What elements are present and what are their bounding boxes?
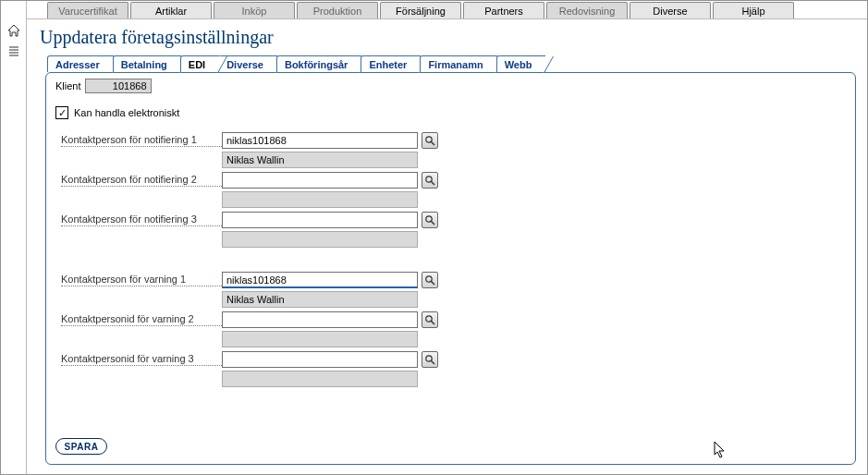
contact-input[interactable] xyxy=(222,132,418,149)
contact-readout xyxy=(222,231,418,248)
field-row: Kontaktperson för varning 1Niklas Wallin xyxy=(61,272,846,308)
svg-point-8 xyxy=(426,216,432,222)
subtab-firmanamn[interactable]: Firmanamn xyxy=(420,55,496,72)
field-label: Kontaktpersonid för varning 2 xyxy=(61,313,222,326)
contact-input[interactable] xyxy=(222,311,418,328)
list-icon[interactable] xyxy=(6,43,21,58)
subtabs: AdresserBetalningEDIDiverseBokföringsårE… xyxy=(27,54,867,72)
svg-point-10 xyxy=(426,276,432,282)
lookup-button[interactable] xyxy=(422,212,438,228)
lookup-button[interactable] xyxy=(422,132,438,149)
topmenu-diverse[interactable]: Diverse xyxy=(630,2,711,18)
lookup-button[interactable] xyxy=(422,272,438,288)
field-row: Kontaktperson för notifiering 1Niklas Wa… xyxy=(61,132,846,168)
svg-line-15 xyxy=(432,361,435,365)
subtab-bokföringsår[interactable]: Bokföringsår xyxy=(276,55,361,72)
svg-point-4 xyxy=(426,137,432,142)
svg-line-5 xyxy=(432,142,435,146)
field-label: Kontaktperson för notifiering 1 xyxy=(61,134,222,147)
field-row: Kontaktpersonid för varning 2 xyxy=(61,311,846,347)
klient-value: 101868 xyxy=(85,79,152,93)
topmenu-inköp[interactable]: Inköp xyxy=(214,2,295,18)
contact-readout xyxy=(222,191,418,208)
save-button[interactable]: SPARA xyxy=(55,438,107,455)
topmenu-redovisning[interactable]: Redovisning xyxy=(546,2,628,18)
subtab-adresser[interactable]: Adresser xyxy=(47,55,114,72)
klient-label: Klient xyxy=(55,80,81,91)
cursor-icon xyxy=(714,441,727,461)
contact-input[interactable] xyxy=(222,272,418,288)
topmenu-artiklar[interactable]: Artiklar xyxy=(130,2,212,18)
contact-readout xyxy=(222,371,418,387)
lookup-button[interactable] xyxy=(422,311,438,328)
subtab-enheter[interactable]: Enheter xyxy=(361,55,421,72)
svg-point-14 xyxy=(426,356,432,361)
svg-point-6 xyxy=(426,177,432,182)
field-label: Kontaktperson för notifiering 3 xyxy=(61,213,222,226)
contact-readout: Niklas Wallin xyxy=(222,291,418,308)
contact-readout xyxy=(222,331,418,347)
svg-line-9 xyxy=(432,222,435,225)
contact-input[interactable] xyxy=(222,172,418,189)
topmenu-varucertifikat[interactable]: Varucertifikat xyxy=(47,2,128,18)
home-icon[interactable] xyxy=(6,23,21,38)
field-label: Kontaktperson för notifiering 2 xyxy=(61,174,222,187)
form-panel: Klient 101868 ✓ Kan handla elektroniskt … xyxy=(45,72,856,465)
contact-input[interactable] xyxy=(222,351,418,368)
topmenu-hjälp[interactable]: Hjälp xyxy=(713,2,794,18)
field-row: Kontaktperson för notifiering 2 xyxy=(61,172,846,208)
field-label: Kontaktperson för varning 1 xyxy=(61,274,222,286)
subtab-betalning[interactable]: Betalning xyxy=(113,55,181,72)
subtab-diverse[interactable]: Diverse xyxy=(218,55,277,72)
topmenu-partners[interactable]: Partners xyxy=(463,2,544,18)
field-row: Kontaktpersonid för varning 3 xyxy=(61,351,846,387)
svg-line-13 xyxy=(432,322,435,325)
page-title: Uppdatera företagsinställningar xyxy=(27,19,867,54)
contact-input[interactable] xyxy=(222,212,418,228)
electronic-checkbox[interactable]: ✓ xyxy=(55,106,68,119)
contact-readout: Niklas Wallin xyxy=(222,152,418,168)
topmenu-försäljning[interactable]: Försäljning xyxy=(380,2,461,18)
topmenu-produktion[interactable]: Produktion xyxy=(297,2,378,18)
top-menu: VarucertifikatArtiklarInköpProduktionFör… xyxy=(27,1,867,19)
svg-line-7 xyxy=(432,182,435,186)
subtab-edi[interactable]: EDI xyxy=(180,55,219,72)
lookup-button[interactable] xyxy=(422,172,438,189)
field-row: Kontaktperson för notifiering 3 xyxy=(61,212,846,248)
lookup-button[interactable] xyxy=(422,351,438,368)
svg-point-12 xyxy=(426,316,432,322)
field-label: Kontaktpersonid för varning 3 xyxy=(61,353,222,366)
svg-line-11 xyxy=(432,282,435,286)
electronic-checkbox-label: Kan handla elektroniskt xyxy=(74,107,179,118)
subtab-webb[interactable]: Webb xyxy=(496,55,546,72)
